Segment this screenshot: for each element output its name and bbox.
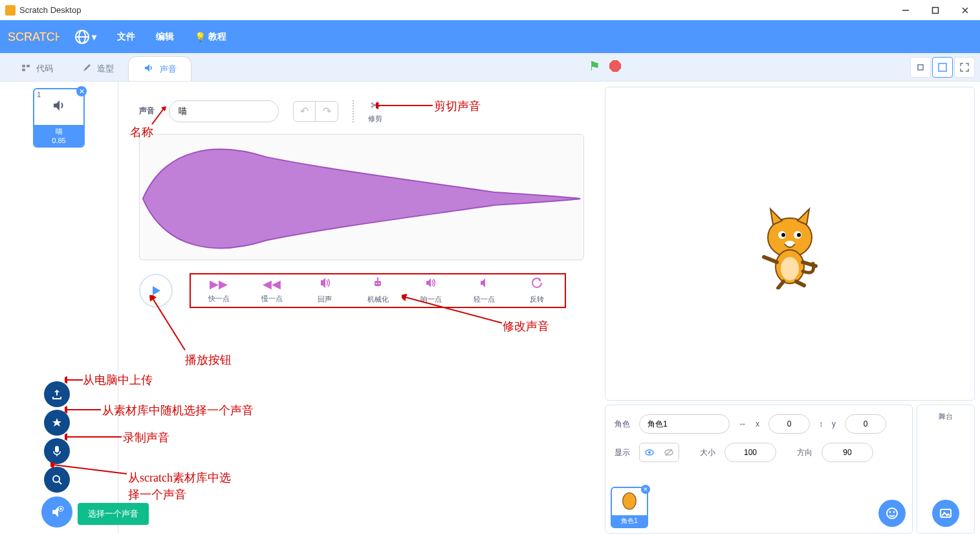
sprite-direction-input[interactable]: [822, 443, 873, 462]
brush-icon: [82, 63, 92, 75]
louder-icon: [424, 277, 437, 292]
effect-robot[interactable]: 机械化: [360, 277, 395, 304]
fastforward-icon: ▶▶: [210, 277, 228, 291]
stage-small-button[interactable]: [910, 57, 931, 78]
sound-icon: [143, 62, 155, 76]
stop-button[interactable]: [609, 60, 621, 72]
y-icon: ↕: [819, 419, 823, 428]
add-backdrop-button[interactable]: [932, 500, 959, 527]
choose-sound-tooltip: 选择一个声音: [78, 503, 149, 525]
svg-point-34: [893, 511, 895, 513]
stage-large-button[interactable]: [932, 57, 953, 78]
language-menu[interactable]: ▾: [70, 26, 102, 48]
effect-slower[interactable]: ◀◀慢一点: [254, 277, 289, 304]
echo-icon: [318, 277, 331, 292]
scratch-logo[interactable]: SCRATCH: [8, 27, 60, 47]
svg-point-11: [376, 283, 377, 284]
upload-sound-button[interactable]: [44, 381, 70, 407]
effect-reverse[interactable]: 反转: [519, 277, 554, 304]
svg-point-23: [797, 233, 801, 237]
sound-index: 1: [37, 91, 41, 98]
sound-thumb[interactable]: 1 ✕ 喵 0.85: [33, 88, 85, 148]
svg-point-14: [377, 278, 379, 280]
sprite-info-panel: 角色 ↔ x ↕ y 显示: [605, 405, 913, 534]
stage[interactable]: [605, 87, 975, 401]
sprite-name-input[interactable]: [639, 414, 730, 434]
menu-tutorials[interactable]: 💡 教程: [190, 27, 232, 47]
sound-name-input[interactable]: [169, 100, 279, 122]
sprite-x-input[interactable]: [768, 414, 810, 434]
svg-rect-9: [939, 63, 946, 71]
menubar: SCRATCH ▾ 文件 编辑 💡 教程: [0, 21, 980, 53]
surprise-sound-button[interactable]: [44, 410, 70, 436]
minimize-button[interactable]: [891, 0, 920, 21]
add-sound-button[interactable]: [41, 496, 72, 528]
size-label: 大小: [700, 447, 715, 458]
svg-rect-6: [27, 65, 30, 67]
choose-sound-button[interactable]: 选择一个声音: [44, 467, 70, 493]
show-label: 显示: [615, 447, 630, 458]
menu-edit[interactable]: 编辑: [151, 27, 179, 47]
record-sound-button[interactable]: [44, 438, 70, 464]
code-icon: [21, 63, 31, 75]
svg-point-26: [781, 257, 799, 280]
svg-point-33: [889, 511, 891, 513]
effect-softer[interactable]: 轻一点: [466, 277, 501, 304]
scratch-cat-icon: [751, 199, 829, 289]
tab-bar: 代码 造型 声音 ⚑: [0, 53, 980, 82]
sprite-thumb[interactable]: ✕ 角色1: [611, 487, 648, 528]
scissors-icon: ✂: [371, 98, 380, 113]
tab-sounds[interactable]: 声音: [128, 56, 191, 81]
sound-thumb-duration: 0.85: [34, 137, 83, 144]
add-sprite-button[interactable]: [878, 500, 906, 527]
tab-code[interactable]: 代码: [6, 56, 67, 81]
trim-button[interactable]: ✂ 修剪: [368, 98, 382, 124]
sprite-label: 角色: [615, 419, 630, 430]
close-button[interactable]: [950, 0, 980, 21]
sprite-y-input[interactable]: [845, 414, 886, 434]
stage-label: 舞台: [939, 412, 953, 421]
stage-panel: 舞台 背景: [917, 405, 975, 534]
direction-label: 方向: [797, 447, 812, 458]
svg-point-21: [781, 233, 785, 237]
delete-sprite-button[interactable]: ✕: [641, 485, 650, 494]
menu-file[interactable]: 文件: [112, 27, 140, 47]
svg-point-39: [53, 476, 60, 482]
svg-point-31: [623, 493, 637, 509]
undo-button[interactable]: ↶: [294, 102, 316, 121]
svg-rect-8: [918, 65, 923, 70]
sprite-size-input[interactable]: [724, 443, 776, 462]
show-button[interactable]: [640, 443, 659, 462]
sound-name-label: 声音: [139, 106, 155, 117]
effects-toolbar: ▶▶快一点 ◀◀慢一点 回声 机械化 响一点 轻一点 反转: [190, 273, 566, 308]
svg-rect-41: [55, 446, 59, 452]
hide-button[interactable]: [659, 443, 679, 462]
robot-icon: [372, 277, 384, 292]
svg-line-40: [59, 482, 61, 484]
rewind-icon: ◀◀: [263, 277, 281, 291]
sound-editor: 声音 ↶ ↷ ✂ 修剪 ▶▶快一点 ◀◀慢一点: [124, 87, 600, 529]
stage-full-button[interactable]: [954, 57, 975, 78]
window-titlebar: Scratch Desktop: [0, 0, 980, 21]
tab-costumes[interactable]: 造型: [67, 56, 128, 81]
play-button[interactable]: [139, 274, 173, 307]
speaker-icon: [37, 92, 81, 124]
reverse-icon: [531, 277, 543, 292]
globe-icon: [75, 30, 89, 44]
redo-button[interactable]: ↷: [316, 102, 338, 121]
lightbulb-icon: 💡: [195, 32, 206, 42]
svg-rect-5: [22, 65, 25, 67]
delete-sound-button[interactable]: ✕: [76, 86, 87, 96]
effect-louder[interactable]: 响一点: [413, 277, 448, 304]
svg-rect-1: [933, 7, 939, 13]
xy-icon: ↔: [739, 419, 746, 428]
effect-echo[interactable]: 回声: [307, 277, 342, 304]
svg-rect-7: [22, 69, 25, 71]
maximize-button[interactable]: [920, 0, 950, 21]
chevron-down-icon: ▾: [92, 32, 96, 42]
waveform[interactable]: [139, 134, 584, 260]
effect-faster[interactable]: ▶▶快一点: [201, 277, 236, 304]
svg-rect-10: [375, 281, 381, 286]
green-flag-button[interactable]: ⚑: [589, 58, 600, 74]
app-icon: [5, 5, 16, 16]
